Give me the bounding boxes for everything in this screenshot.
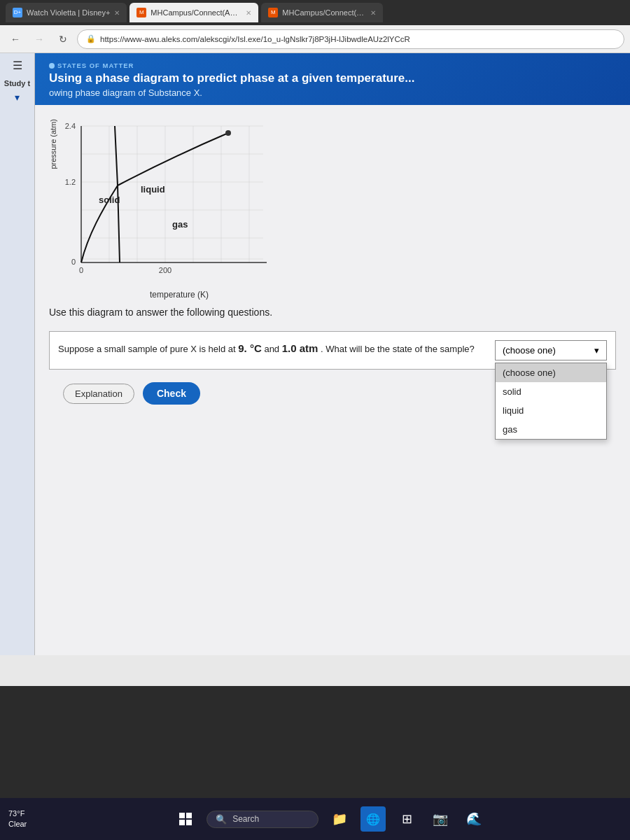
tab-close-disney[interactable]: ✕ (114, 9, 120, 17)
url-text: https://www-awu.aleks.com/alekscgi/x/Isl… (100, 35, 410, 43)
tab-aleks-2[interactable]: M MHCampus/Connect(A... ✕ (261, 3, 383, 22)
taskbar-icon-edge[interactable]: 🌊 (461, 806, 486, 832)
question-body: Suppose a small sample of pure X is held… (58, 340, 481, 357)
x-axis-label: temperature (K) (81, 290, 277, 300)
page-content-inner: ☰ Study t ▾ STATES OF MATTER Using a pha… (0, 53, 630, 655)
desktop: D+ Watch Violetta | Disney+ ✕ M MHCampus… (0, 0, 630, 840)
tab-disney-plus[interactable]: D+ Watch Violetta | Disney+ ✕ (6, 3, 127, 22)
question-temperature: 9. °C (238, 342, 262, 354)
taskbar-center: 🔍 Search 📁 🌐 ⊞ 📷 🌊 (38, 806, 622, 832)
dropdown-select[interactable]: (choose one) ▾ (495, 340, 607, 360)
back-button[interactable]: ← (6, 29, 25, 49)
reload-button[interactable]: ↻ (53, 29, 73, 49)
liquid-label: liquid (141, 184, 165, 195)
start-button[interactable] (173, 806, 198, 832)
dropdown-menu: (choose one) solid liquid (495, 363, 607, 440)
dropdown-option-solid[interactable]: solid (496, 382, 606, 401)
gas-label: gas (172, 219, 188, 230)
page-content: ☰ Study t ▾ STATES OF MATTER Using a pha… (0, 53, 630, 686)
tab-favicon-disney: D+ (13, 8, 22, 18)
lock-icon: 🔒 (86, 34, 96, 43)
svg-text:0: 0 (79, 266, 83, 274)
critical-point (225, 130, 231, 136)
phase-diagram-area: pressure (atm) (49, 112, 616, 300)
taskbar-icon-apps[interactable]: ⊞ (394, 806, 419, 832)
windows-grid-icon (179, 813, 192, 825)
page-main: STATES OF MATTER Using a phase diagram t… (35, 53, 630, 655)
chevron-down-icon: ▾ (594, 345, 599, 356)
svg-text:2.4: 2.4 (65, 122, 76, 130)
circle-dot-icon (49, 63, 55, 69)
tab-favicon-aleks: M (136, 8, 146, 18)
topic-tag-text: STATES OF MATTER (57, 62, 134, 69)
tab-label-aleks: MHCampus/Connect(ALEKS) (150, 8, 241, 17)
question-box: Suppose a small sample of pure X is held… (49, 331, 616, 370)
svg-text:1.2: 1.2 (65, 178, 76, 186)
sub-title: owing phase diagram of Substance X. (49, 88, 616, 98)
main-title: Using a phase diagram to predict phase a… (49, 71, 616, 86)
dropdown-option-choose-label: (choose one) (503, 368, 556, 378)
chart-wrapper: 2.4 1.2 0 0 200 (60, 112, 277, 300)
phase-diagram-svg: 2.4 1.2 0 0 200 (60, 112, 277, 287)
tab-close-aleks2[interactable]: ✕ (370, 9, 376, 17)
weather-info: 73°F Clear (8, 808, 27, 830)
dropdown-selected-label: (choose one) (503, 345, 556, 356)
taskbar: 73°F Clear 🔍 Search 📁 (0, 798, 630, 840)
reload-icon: ↻ (59, 34, 67, 45)
address-bar[interactable]: 🔒 https://www-awu.aleks.com/alekscgi/x/I… (77, 29, 624, 49)
edge-browser-icon: 🌊 (466, 811, 482, 827)
chevron-down-icon[interactable]: ▾ (15, 92, 20, 103)
weather-temp: 73°F (8, 808, 27, 819)
dropdown-option-choose[interactable]: (choose one) (496, 363, 606, 382)
liquid-gas-curve (118, 133, 228, 186)
browser-window: D+ Watch Violetta | Disney+ ✕ M MHCampus… (0, 0, 630, 686)
forward-arrow-icon: → (34, 34, 44, 45)
tab-label-disney: Watch Violetta | Disney+ (27, 8, 110, 17)
address-bar-container: ← → ↻ 🔒 https://www-awu.aleks.com/aleksc… (0, 25, 630, 53)
tab-close-aleks[interactable]: ✕ (246, 9, 251, 17)
explanation-button[interactable]: Explanation (63, 384, 134, 404)
taskbar-icon-video[interactable]: 📷 (428, 806, 453, 832)
content-body: pressure (atm) (35, 105, 630, 417)
dropdown-option-liquid-label: liquid (503, 405, 524, 416)
search-icon: 🔍 (216, 814, 227, 825)
tab-favicon-aleks2: M (268, 8, 278, 18)
files-folder-icon: 📁 (332, 811, 347, 827)
dropdown-option-gas[interactable]: gas (496, 420, 606, 439)
question-text-part3: . What will be the state of the sample? (321, 344, 475, 354)
svg-text:200: 200 (159, 266, 172, 274)
apps-grid-icon: ⊞ (402, 811, 412, 827)
instruction-text: Use this diagram to answer the following… (49, 305, 616, 320)
dropdown-option-solid-label: solid (503, 386, 522, 397)
blue-header-bar: STATES OF MATTER Using a phase diagram t… (35, 53, 630, 105)
taskbar-icon-browser[interactable]: 🌐 (360, 806, 386, 832)
tab-label-aleks2: MHCampus/Connect(A... (282, 8, 366, 17)
back-arrow-icon: ← (10, 34, 20, 45)
taskbar-search-bar[interactable]: 🔍 Search (206, 811, 318, 828)
question-text-part1: Suppose a small sample of pure X is held… (58, 344, 236, 354)
menu-icon[interactable]: ☰ (13, 59, 22, 72)
taskbar-search-text: Search (232, 814, 259, 824)
taskbar-icon-files[interactable]: 📁 (327, 806, 352, 832)
video-camera-icon: 📷 (433, 811, 448, 827)
dropdown-container: (choose one) ▾ (choose one) solid (495, 340, 607, 360)
tab-aleks[interactable]: M MHCampus/Connect(ALEKS) ✕ (130, 3, 258, 22)
title-bar: D+ Watch Violetta | Disney+ ✕ M MHCampus… (0, 0, 630, 25)
states-tag: STATES OF MATTER (49, 62, 616, 69)
weather-condition: Clear (8, 819, 27, 830)
y-axis-label: pressure (atm) (49, 112, 57, 176)
study-label[interactable]: Study t (4, 79, 30, 88)
forward-button[interactable]: → (29, 29, 49, 49)
dropdown-option-liquid[interactable]: liquid (496, 401, 606, 420)
check-button[interactable]: Check (143, 382, 200, 405)
browser-icon: 🌐 (366, 813, 380, 826)
solid-label: solid (99, 195, 120, 205)
page-sidebar: ☰ Study t ▾ (0, 53, 35, 655)
question-pressure: 1.0 atm (282, 342, 318, 354)
svg-text:0: 0 (71, 258, 76, 266)
dropdown-option-gas-label: gas (503, 424, 517, 435)
question-text-part2: and (264, 344, 279, 354)
